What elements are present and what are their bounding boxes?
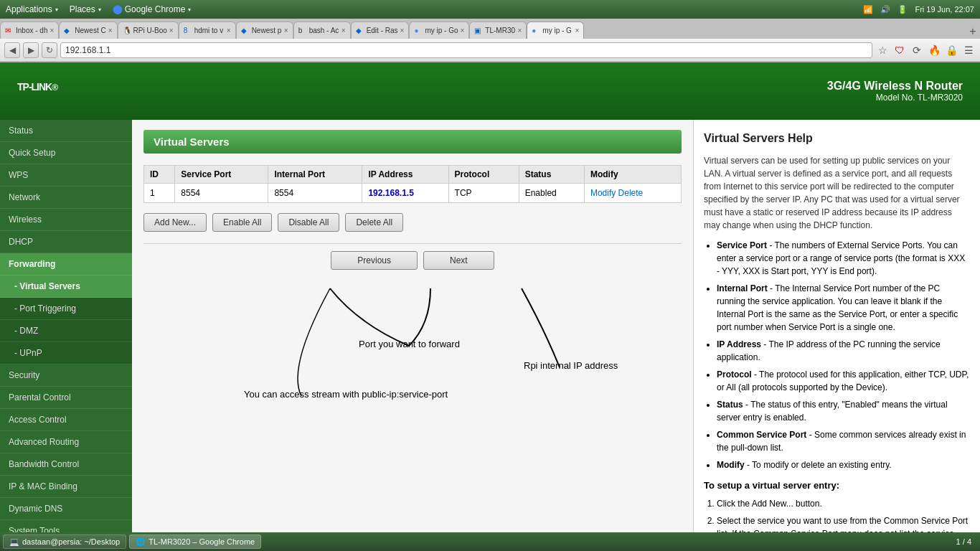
- bookmark-icon[interactable]: ☆: [875, 43, 890, 57]
- disable-all-button[interactable]: Disable All: [278, 213, 339, 232]
- tab-favicon: ◆: [241, 27, 250, 35]
- tab-close-button[interactable]: ×: [108, 27, 113, 34]
- help-setup-title: To setup a virtual server entry:: [704, 479, 970, 493]
- sidebar-item-network[interactable]: Network: [0, 187, 132, 209]
- browser-label: Google Chrome: [125, 4, 186, 14]
- tab-favicon: 🐧: [123, 27, 131, 35]
- model-name: 3G/4G Wireless N Router: [827, 80, 963, 93]
- add-new-button[interactable]: Add New...: [143, 213, 207, 232]
- security-icon[interactable]: 🛡: [892, 43, 907, 57]
- delete-all-button[interactable]: Delete All: [345, 213, 403, 232]
- browser-tab-8[interactable]: ▣TL-MR30×: [469, 22, 527, 39]
- sidebar-item-access-control[interactable]: Access Control: [0, 409, 132, 431]
- browser-tab-3[interactable]: 8hdmi to v×: [179, 22, 236, 39]
- col-header-internal-port: Internal Port: [268, 166, 362, 184]
- sidebar-item---upnp[interactable]: - UPnP: [0, 342, 132, 364]
- tab-label: RPi U-Boo: [133, 27, 167, 34]
- tab-close-button[interactable]: ×: [284, 27, 288, 34]
- col-header-service-port: Service Port: [175, 166, 268, 184]
- col-header-status: Status: [519, 166, 584, 184]
- browser-tab-0[interactable]: ✉Inbox - dh×: [0, 22, 59, 39]
- applications-label: Applications: [6, 4, 52, 14]
- tab-bar: ✉Inbox - dh×◆Newest C×🐧RPi U-Boo×8hdmi t…: [0, 19, 980, 39]
- taskbar: 💻dastaan@persia: ~/Desktop🌐TL-MR3020 – G…: [0, 532, 980, 533]
- tab-close-button[interactable]: ×: [341, 27, 346, 34]
- tab-label: Newest C: [75, 27, 105, 34]
- protocol-cell: TCP: [448, 184, 519, 203]
- sidebar-item---virtual-servers[interactable]: - Virtual Servers: [0, 276, 132, 298]
- applications-menu[interactable]: Applications ▾: [6, 4, 58, 14]
- places-arrow: ▾: [98, 6, 101, 13]
- sidebar-item-advanced-routing[interactable]: Advanced Routing: [0, 431, 132, 453]
- back-button[interactable]: ◀: [4, 42, 20, 58]
- sidebar-item-quick-setup[interactable]: Quick Setup: [0, 142, 132, 164]
- browser-tab-7[interactable]: ●my ip - Go×: [409, 22, 469, 39]
- tab-label: TL-MR30: [485, 27, 515, 34]
- sidebar-item-forwarding[interactable]: Forwarding: [0, 253, 132, 276]
- next-button[interactable]: Next: [423, 251, 494, 270]
- previous-button[interactable]: Previous: [331, 251, 418, 270]
- delete-link[interactable]: Delete: [616, 188, 643, 198]
- help-step: Click the Add New... button.: [717, 497, 970, 510]
- sidebar-item---dmz[interactable]: - DMZ: [0, 320, 132, 342]
- address-bar[interactable]: [60, 42, 872, 58]
- help-bullet: Protocol - The protocol used for this ap…: [717, 368, 970, 394]
- router-body: StatusQuick SetupWPSNetworkWirelessDHCPF…: [0, 120, 980, 533]
- content-area: Virtual Servers IDService PortInternal P…: [132, 120, 980, 533]
- main-layout: TP-LINK® 3G/4G Wireless N Router Model N…: [0, 62, 980, 533]
- browser-tab-4[interactable]: ◆Newest p×: [236, 22, 293, 39]
- tab-label: Edit - Ras: [367, 27, 398, 34]
- ip-annotation: Rpi internal IP address: [524, 360, 618, 371]
- battery-icon: 🔋: [897, 5, 908, 14]
- tab-favicon: ●: [414, 27, 423, 35]
- tab-close-button[interactable]: ×: [518, 27, 522, 34]
- tab-close-button[interactable]: ×: [50, 27, 54, 34]
- help-bullets: Service Port - The numbers of External S…: [704, 239, 970, 471]
- new-tab-button[interactable]: +: [966, 24, 980, 39]
- browser-tab-6[interactable]: ◆Edit - Ras×: [351, 22, 410, 39]
- tab-close-button[interactable]: ×: [227, 27, 231, 34]
- browser-tab-9[interactable]: ●my ip - G×: [527, 22, 584, 39]
- port-annotation: Port you want to forward: [359, 339, 460, 349]
- trademark: ®: [52, 83, 57, 93]
- tab-close-button[interactable]: ×: [575, 27, 580, 34]
- browser-tab-5[interactable]: bbash - Ac×: [293, 22, 351, 39]
- forward-button[interactable]: ▶: [23, 42, 39, 58]
- help-intro: Virtual servers can be used for setting …: [704, 154, 970, 232]
- sidebar-item-bandwidth-control[interactable]: Bandwidth Control: [0, 453, 132, 476]
- sidebar-item---port-triggering[interactable]: - Port Triggering: [0, 298, 132, 320]
- sidebar-item-system-tools[interactable]: System Tools: [0, 520, 132, 533]
- sidebar-item-dynamic-dns[interactable]: Dynamic DNS: [0, 498, 132, 520]
- tab-close-button[interactable]: ×: [169, 27, 174, 34]
- sidebar-item-ip---mac-binding[interactable]: IP & MAC Binding: [0, 476, 132, 498]
- menu-icon[interactable]: ☰: [961, 43, 976, 57]
- sidebar-item-security[interactable]: Security: [0, 364, 132, 387]
- tab-close-button[interactable]: ×: [400, 27, 405, 34]
- modify-link[interactable]: Modify: [590, 188, 616, 198]
- browser-tab-1[interactable]: ◆Newest C×: [59, 22, 117, 39]
- sidebar-item-wps[interactable]: WPS: [0, 164, 132, 187]
- tab-label: Inbox - dh: [16, 27, 47, 34]
- enable-all-button[interactable]: Enable All: [212, 213, 272, 232]
- nav-bar: ◀ ▶ ↻ ☆ 🛡 ⟳ 🔥 🔒 ☰: [0, 39, 980, 62]
- service-port-cell: 8554: [175, 184, 268, 203]
- sidebar-item-dhcp[interactable]: DHCP: [0, 231, 132, 253]
- router-wrapper: TP-LINK® 3G/4G Wireless N Router Model N…: [0, 62, 980, 533]
- sidebar: StatusQuick SetupWPSNetworkWirelessDHCPF…: [0, 120, 132, 533]
- tab-close-button[interactable]: ×: [461, 27, 465, 34]
- browser-tab-2[interactable]: 🐧RPi U-Boo×: [118, 22, 179, 39]
- fire-icon[interactable]: 🔥: [927, 43, 941, 57]
- help-bullet: Modify - To modify or delete an existing…: [717, 458, 970, 471]
- sidebar-item-status[interactable]: Status: [0, 120, 132, 142]
- sidebar-item-wireless[interactable]: Wireless: [0, 209, 132, 231]
- reload-button[interactable]: ↻: [42, 42, 57, 58]
- tab-favicon: ●: [532, 27, 540, 35]
- refresh-icon[interactable]: ⟳: [910, 43, 924, 57]
- browser-menu[interactable]: ⬤ Google Chrome ▾: [113, 4, 192, 14]
- tab-favicon: ✉: [5, 27, 14, 35]
- guard-icon[interactable]: 🔒: [944, 43, 958, 57]
- tab-label: hdmi to v: [194, 27, 225, 34]
- sidebar-item-parental-control[interactable]: Parental Control: [0, 387, 132, 409]
- volume-icon: 🔊: [880, 5, 890, 14]
- places-menu[interactable]: Places ▾: [70, 4, 101, 14]
